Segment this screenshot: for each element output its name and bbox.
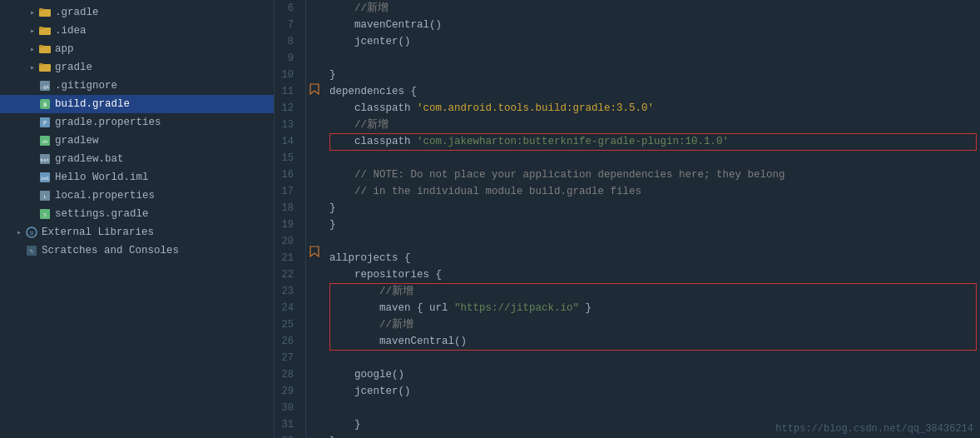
sidebar-item-extlibs[interactable]: ≡External Libraries bbox=[0, 223, 274, 241]
gutter-29 bbox=[306, 373, 323, 389]
code-line-25: //新增 bbox=[329, 316, 980, 333]
gutter-17 bbox=[306, 178, 323, 194]
file-tree: .gradle.ideaappgradle.gi.gitignoreGbuild… bbox=[0, 0, 275, 438]
sidebar-item-gradle2[interactable]: gradle bbox=[0, 58, 274, 77]
code-line-10: } bbox=[329, 67, 980, 83]
line-number-17: 17 bbox=[275, 183, 299, 200]
code-line-15 bbox=[329, 150, 980, 167]
tree-arrow-helloworld bbox=[27, 172, 38, 183]
gutter-9 bbox=[306, 48, 323, 64]
line-number-16: 16 bbox=[275, 167, 299, 183]
gutter-20 bbox=[306, 227, 323, 243]
gutter-15 bbox=[306, 146, 323, 162]
svg-text:sh: sh bbox=[42, 139, 48, 145]
svg-text:G: G bbox=[43, 102, 47, 108]
code-line-7: mavenCentral() bbox=[329, 17, 980, 33]
line-number-11: 11 bbox=[275, 83, 299, 100]
line-number-6: 6 bbox=[275, 0, 299, 17]
line-number-32: 32 bbox=[275, 433, 299, 438]
svg-rect-8 bbox=[39, 45, 43, 47]
sidebar-item-app[interactable]: app bbox=[0, 40, 274, 58]
svg-text:S: S bbox=[43, 212, 47, 218]
sidebar-item-gradleprops[interactable]: Pgradle.properties bbox=[0, 113, 274, 132]
folder-icon bbox=[38, 6, 52, 19]
gutter-8 bbox=[306, 32, 323, 48]
svg-text:.gi: .gi bbox=[41, 84, 50, 90]
gutter-25 bbox=[306, 308, 323, 324]
code-line-16: // NOTE: Do not place your application d… bbox=[329, 167, 980, 183]
sidebar-label-buildgradle: build.gradle bbox=[55, 98, 130, 110]
scratches-icon: ✎ bbox=[25, 244, 38, 257]
gutter-7 bbox=[306, 16, 323, 32]
sidebar-item-scratches[interactable]: ✎Scratches and Consoles bbox=[0, 241, 274, 260]
code-editor: 6789101112131415161718192021222324252627… bbox=[275, 0, 980, 438]
svg-text:iml: iml bbox=[41, 176, 50, 182]
gutter-10 bbox=[306, 65, 323, 81]
code-line-22: repositories { bbox=[329, 266, 980, 283]
tree-arrow-gradleprops bbox=[27, 117, 38, 128]
sidebar-label-extlibs: External Libraries bbox=[42, 226, 154, 238]
sidebar-item-settingsgradle[interactable]: Ssettings.gradle bbox=[0, 205, 274, 223]
project-tree: .gradle.ideaappgradle.gi.gitignoreGbuild… bbox=[0, 0, 274, 438]
properties-icon: P bbox=[38, 116, 52, 129]
folder-icon bbox=[38, 24, 52, 37]
svg-rect-11 bbox=[39, 63, 43, 66]
gutter-32 bbox=[306, 422, 323, 438]
line-number-10: 10 bbox=[275, 67, 299, 83]
tree-arrow-gitignore bbox=[27, 80, 38, 92]
sidebar-item-gradlewbat[interactable]: batgradlew.bat bbox=[0, 150, 274, 168]
line-number-14: 14 bbox=[275, 133, 299, 150]
code-line-19: } bbox=[329, 217, 980, 233]
code-line-20 bbox=[329, 233, 980, 250]
sidebar-item-gitignore[interactable]: .gi.gitignore bbox=[0, 77, 274, 95]
sidebar-label-scratches: Scratches and Consoles bbox=[42, 245, 179, 256]
line-number-24: 24 bbox=[275, 300, 299, 316]
gradlew-icon: sh bbox=[38, 134, 52, 147]
tree-arrow-gradle2 bbox=[27, 62, 38, 73]
code-line-12: classpath 'com.android.tools.build:gradl… bbox=[329, 100, 980, 117]
line-number-23: 23 bbox=[275, 283, 299, 300]
svg-text:✎: ✎ bbox=[30, 247, 34, 255]
code-line-14: classpath 'com.jakewharton:butterknife-g… bbox=[329, 133, 980, 150]
tree-arrow-idea bbox=[27, 25, 38, 37]
code-line-28: google() bbox=[329, 366, 980, 383]
line-number-21: 21 bbox=[275, 250, 299, 266]
code-line-21: allprojects { bbox=[329, 250, 980, 266]
gutter-13 bbox=[306, 113, 323, 129]
line-number-7: 7 bbox=[275, 17, 299, 33]
sidebar-item-localprops[interactable]: Llocal.properties bbox=[0, 187, 274, 205]
gutter-16 bbox=[306, 162, 323, 178]
gutter-27 bbox=[306, 341, 323, 356]
folder-icon bbox=[38, 61, 52, 74]
gutter-22 bbox=[306, 260, 323, 276]
tree-arrow-settingsgradle bbox=[27, 208, 38, 220]
sidebar-item-idea[interactable]: .idea bbox=[0, 22, 274, 40]
svg-rect-2 bbox=[39, 8, 43, 11]
sidebar-label-settingsgradle: settings.gradle bbox=[55, 208, 149, 220]
tree-arrow-gradlew bbox=[27, 135, 38, 147]
sidebar-item-buildgradle[interactable]: Gbuild.gradle bbox=[0, 95, 274, 113]
gutter-24 bbox=[306, 292, 323, 308]
line-number-25: 25 bbox=[275, 316, 299, 333]
iml-icon: iml bbox=[38, 171, 52, 184]
sidebar-label-idea: .idea bbox=[55, 25, 87, 37]
gutter-12 bbox=[306, 97, 323, 113]
line-number-29: 29 bbox=[275, 383, 299, 400]
extlibs-icon: ≡ bbox=[25, 226, 38, 239]
sidebar-item-gradlew[interactable]: shgradlew bbox=[0, 132, 274, 150]
line-number-9: 9 bbox=[275, 50, 299, 67]
gitignore-icon: .gi bbox=[38, 79, 52, 92]
watermark: https://blog.csdn.net/qq_38436214 bbox=[775, 423, 973, 435]
code-content: //新增 mavenCentral() jcenter()}dependenci… bbox=[323, 0, 980, 438]
sidebar-label-gitignore: .gitignore bbox=[55, 80, 117, 92]
gutter-11 bbox=[306, 81, 323, 97]
svg-rect-5 bbox=[39, 27, 43, 29]
sidebar-item-gradle[interactable]: .gradle bbox=[0, 3, 274, 22]
tree-arrow-gradle bbox=[27, 7, 38, 18]
bat-icon: bat bbox=[38, 152, 52, 166]
sidebar-item-helloworld[interactable]: imlHello World.iml bbox=[0, 168, 274, 187]
svg-text:P: P bbox=[43, 120, 47, 127]
line-number-8: 8 bbox=[275, 33, 299, 50]
line-number-19: 19 bbox=[275, 217, 299, 233]
line-number-31: 31 bbox=[275, 416, 299, 433]
